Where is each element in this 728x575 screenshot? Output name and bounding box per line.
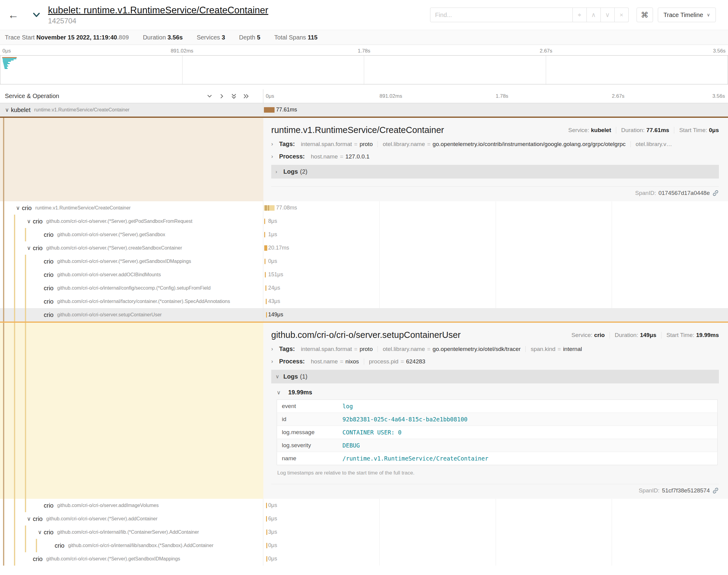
span-operation: github.com/cri-o/cri-o/server.(*Server).… [46, 218, 192, 224]
span-bar[interactable] [266, 543, 267, 548]
span-timeline-cell[interactable]: 8μs [263, 215, 728, 228]
span-name-cell[interactable]: ∨ kubelet runtime.v1.RuntimeService/Crea… [0, 103, 263, 116]
logs-accordion[interactable]: › Logs(2) [271, 165, 719, 178]
span-bar[interactable] [266, 312, 267, 317]
span-row[interactable]: ∨ crio github.com/cri-o/cri-o/internal/c… [0, 281, 728, 295]
span-service: crio [55, 542, 64, 549]
span-name-cell[interactable]: ∨ crio github.com/cri-o/cri-o/internal/l… [0, 526, 263, 539]
span-duration: 20.17ms [268, 245, 289, 251]
log-entry: ∨ 19.99ms event log id 92b82381-025c-4a6… [271, 383, 719, 476]
span-bar[interactable] [265, 259, 265, 264]
span-bar[interactable] [264, 218, 265, 224]
span-id-row: SpanID: 0174567d17a0448e [271, 187, 719, 196]
span-row[interactable]: ∨ crio github.com/cri-o/cri-o/server.(*S… [0, 228, 728, 241]
span-name-cell[interactable]: ∨ crio github.com/cri-o/cri-o/internal/l… [0, 539, 263, 552]
clear-find-icon[interactable]: × [615, 8, 629, 22]
span-row[interactable]: ∨ crio github.com/cri-o/cri-o/internal/l… [0, 539, 728, 552]
span-row[interactable]: ∨ crio github.com/cri-o/cri-o/server.(*S… [0, 552, 728, 566]
span-bar[interactable] [266, 556, 267, 562]
span-timeline-cell[interactable]: 77.61ms [263, 103, 728, 116]
span-expand-chevron-icon[interactable]: ∨ [3, 107, 11, 113]
span-timeline-cell[interactable]: 3μs [263, 526, 728, 539]
span-row[interactable]: ∨ crio github.com/cri-o/cri-o/server.(*S… [0, 255, 728, 268]
span-name-cell[interactable]: ∨ crio github.com/cri-o/cri-o/server.(*S… [0, 552, 263, 566]
expand-one-icon[interactable] [219, 93, 225, 99]
keyboard-shortcuts-button[interactable]: ⌘ [637, 8, 653, 22]
log-entry-toggle[interactable]: ∨ 19.99ms [277, 389, 719, 396]
span-bar[interactable] [266, 503, 267, 508]
span-row[interactable]: ∨ crio github.com/cri-o/cri-o/server.set… [0, 308, 728, 322]
span-row[interactable]: ∨ crio github.com/cri-o/cri-o/internal/l… [0, 526, 728, 539]
span-name-cell[interactable]: ∨ crio github.com/cri-o/cri-o/internal/f… [0, 295, 263, 308]
span-row[interactable]: ∨ crio github.com/cri-o/cri-o/server.(*S… [0, 215, 728, 228]
find-input[interactable] [430, 8, 573, 22]
span-timeline-cell[interactable]: 1μs [263, 228, 728, 241]
span-row[interactable]: ∨ crio runtime.v1.RuntimeService/CreateC… [0, 201, 728, 215]
process-accordion[interactable]: › Process: host.name=127.0.0.1 [271, 153, 719, 160]
span-timeline-cell[interactable]: 151μs [263, 268, 728, 281]
span-bar[interactable] [266, 530, 267, 535]
span-expand-chevron-icon[interactable]: ∨ [25, 515, 33, 522]
span-timeline-cell[interactable]: 6μs [263, 512, 728, 526]
span-timeline-cell[interactable]: 0μs [263, 255, 728, 268]
minimap-canvas[interactable] [0, 55, 728, 84]
span-row[interactable]: ∨ crio github.com/cri-o/cri-o/server.(*S… [0, 241, 728, 255]
span-name-cell[interactable]: ∨ crio github.com/cri-o/cri-o/server.set… [0, 308, 263, 322]
span-row[interactable]: ∨ crio github.com/cri-o/cri-o/internal/f… [0, 295, 728, 308]
span-timeline-cell[interactable]: 43μs [263, 295, 728, 308]
span-bar[interactable] [264, 205, 274, 211]
span-name-cell[interactable]: ∨ crio github.com/cri-o/cri-o/server.add… [0, 499, 263, 512]
span-timeline-cell[interactable]: 0μs [263, 499, 728, 512]
span-bar[interactable] [265, 272, 266, 277]
span-bar[interactable] [265, 285, 266, 291]
span-bar[interactable] [264, 232, 265, 237]
next-match-icon[interactable]: ∨ [601, 8, 615, 22]
tags-accordion[interactable]: › Tags: internal.span.format=proto otel.… [271, 141, 719, 147]
span-expand-chevron-icon[interactable]: ∨ [14, 205, 22, 211]
span-row[interactable]: ∨ crio github.com/cri-o/cri-o/server.add… [0, 499, 728, 512]
span-name-cell[interactable]: ∨ crio github.com/cri-o/cri-o/server.(*S… [0, 228, 263, 241]
process-accordion[interactable]: › Process: host.name=nixos process.pid=6… [271, 358, 719, 365]
span-expand-chevron-icon[interactable]: ∨ [36, 529, 44, 536]
span-row[interactable]: ∨ kubelet runtime.v1.RuntimeService/Crea… [0, 103, 728, 116]
trace-summary-bar: Trace Start November 15 2022, 11:19:40.8… [0, 30, 728, 45]
focus-match-icon[interactable]: ⌖ [573, 8, 587, 22]
span-timeline-cell[interactable]: 149μs [263, 308, 728, 322]
span-bar[interactable] [266, 299, 267, 304]
span-expand-chevron-icon[interactable]: ∨ [25, 218, 33, 225]
span-name-cell[interactable]: ∨ crio github.com/cri-o/cri-o/internal/c… [0, 281, 263, 295]
prev-match-icon[interactable]: ∧ [587, 8, 601, 22]
log-field-value: DEBUG [338, 439, 718, 452]
deep-link-icon[interactable] [712, 487, 719, 494]
span-bar[interactable] [264, 107, 274, 113]
span-timeline-cell[interactable]: 0μs [263, 552, 728, 566]
span-row[interactable]: ∨ crio github.com/cri-o/cri-o/server.add… [0, 268, 728, 281]
span-bar[interactable] [266, 516, 267, 521]
span-duration: 77.08ms [276, 205, 297, 211]
deep-link-icon[interactable] [712, 190, 719, 196]
chevron-right-icon: › [271, 153, 275, 160]
expand-all-icon[interactable] [243, 93, 249, 99]
span-timeline-cell[interactable]: 20.17ms [263, 241, 728, 255]
collapse-one-icon[interactable] [206, 93, 212, 99]
span-timeline-cell[interactable]: 24μs [263, 281, 728, 295]
trace-title-link[interactable]: kubelet: runtime.v1.RuntimeService/Creat… [48, 5, 268, 16]
back-icon[interactable]: ← [8, 9, 19, 20]
span-bar[interactable] [264, 245, 267, 251]
span-timeline-cell[interactable]: 77.08ms [263, 201, 728, 215]
span-name-cell[interactable]: ∨ crio github.com/cri-o/cri-o/server.add… [0, 268, 263, 281]
span-timeline-cell[interactable]: 0μs [263, 539, 728, 552]
tags-accordion[interactable]: › Tags: internal.span.format=proto otel.… [271, 345, 719, 352]
trace-view-selector[interactable]: Trace Timeline ∨ [658, 8, 716, 22]
collapse-all-icon[interactable] [231, 93, 237, 99]
span-name-cell[interactable]: ∨ crio github.com/cri-o/cri-o/server.(*S… [0, 255, 263, 268]
span-name-cell[interactable]: ∨ crio runtime.v1.RuntimeService/CreateC… [0, 201, 263, 215]
span-row[interactable]: ∨ crio github.com/cri-o/cri-o/server.(*S… [0, 512, 728, 526]
span-name-cell[interactable]: ∨ crio github.com/cri-o/cri-o/server.(*S… [0, 512, 263, 526]
span-expand-chevron-icon[interactable]: ∨ [25, 245, 33, 251]
logs-accordion[interactable]: ∨ Logs(1) [271, 370, 719, 383]
collapse-trace-chevron-icon[interactable] [32, 10, 41, 20]
span-name-cell[interactable]: ∨ crio github.com/cri-o/cri-o/server.(*S… [0, 215, 263, 228]
span-name-cell[interactable]: ∨ crio github.com/cri-o/cri-o/server.(*S… [0, 241, 263, 255]
span-id-value: 51cf7f38e5128574 [662, 487, 710, 494]
